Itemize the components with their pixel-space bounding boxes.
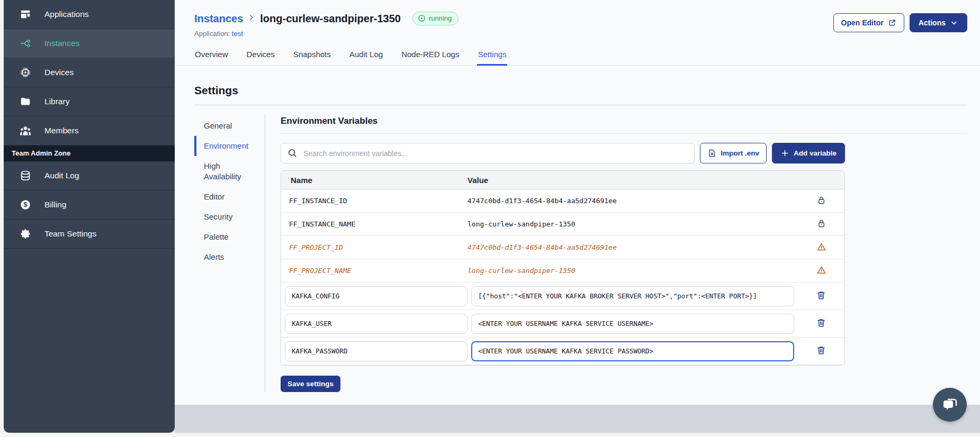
sidebar-item[interactable]: Devices bbox=[4, 58, 175, 87]
chat-bubbles-icon bbox=[941, 396, 958, 413]
actions-button[interactable]: Actions bbox=[910, 13, 967, 32]
column-header-name: Name bbox=[281, 176, 467, 185]
application-label: Application: bbox=[194, 30, 230, 38]
environment-variables-table: Name Value FF_INSTANCE_ID 4747c0bd-d1f3-… bbox=[281, 170, 845, 366]
env-var-value-input[interactable] bbox=[471, 341, 794, 361]
team-settings-icon bbox=[20, 228, 31, 240]
status-badge-label: running bbox=[429, 14, 452, 22]
environment-variables-body: Import .env Add variable Nam bbox=[281, 143, 845, 392]
sidebar-item[interactable]: Library bbox=[4, 87, 175, 116]
sidebar-item[interactable]: Instances bbox=[4, 29, 175, 58]
table-header-row: Name Value bbox=[281, 171, 844, 189]
external-link-icon bbox=[888, 19, 896, 27]
instances-icon bbox=[20, 38, 31, 49]
page-header-left: Instances long-curlew-sandpiper-1350 run… bbox=[194, 12, 458, 38]
sidebar: Applications Instances Devices Library M… bbox=[4, 0, 175, 433]
sidebar-item-label: Team Settings bbox=[44, 229, 96, 239]
chevron-right-icon bbox=[247, 13, 256, 24]
settings-nav-item[interactable]: High Availability bbox=[194, 156, 255, 187]
table-row: FF_INSTANCE_ID 4747c0bd-d1f3-4654-84b4-a… bbox=[281, 189, 844, 213]
chevron-down-icon bbox=[950, 19, 958, 27]
column-header-value: Value bbox=[467, 176, 798, 185]
page-header: Instances long-curlew-sandpiper-1350 run… bbox=[194, 0, 967, 38]
environment-toolbar: Import .env Add variable bbox=[281, 143, 845, 163]
open-editor-button[interactable]: Open Editor bbox=[833, 13, 904, 32]
trash-icon[interactable] bbox=[816, 345, 826, 358]
settings-nav-item[interactable]: Environment bbox=[194, 136, 255, 156]
table-row: FF_PROJECT_NAME long-curlew-sandpiper-13… bbox=[281, 259, 844, 283]
lock-icon bbox=[816, 218, 826, 230]
audit-log-icon bbox=[20, 170, 31, 181]
status-badge: running bbox=[412, 12, 458, 25]
warning-icon bbox=[816, 265, 826, 277]
warning-icon bbox=[816, 242, 826, 253]
instance-tabs: Overview Devices Snapshots Audit Log Nod… bbox=[175, 43, 980, 66]
env-var-value: 4747c0bd-d1f3-4654-84b4-aa5d274691ee bbox=[467, 243, 798, 251]
add-variable-button[interactable]: Add variable bbox=[772, 143, 845, 163]
trash-icon[interactable] bbox=[816, 290, 826, 303]
application-link[interactable]: test bbox=[232, 30, 243, 38]
env-var-name-input[interactable] bbox=[285, 314, 467, 334]
chat-widget-button[interactable] bbox=[933, 388, 967, 422]
search-icon bbox=[287, 148, 298, 158]
tab[interactable]: Node-RED Logs bbox=[401, 43, 460, 66]
sidebar-filler bbox=[4, 249, 175, 433]
settings-title: Settings bbox=[194, 84, 967, 97]
sidebar-item-label: Devices bbox=[44, 68, 74, 77]
play-circle-icon bbox=[418, 14, 426, 22]
env-var-value-input[interactable] bbox=[471, 314, 794, 334]
sidebar-item[interactable]: $ Billing bbox=[4, 190, 175, 220]
trash-icon[interactable] bbox=[816, 317, 826, 330]
settings-nav-item[interactable]: Palette bbox=[194, 227, 255, 247]
settings-divider bbox=[194, 105, 967, 105]
env-var-name-input[interactable] bbox=[285, 286, 467, 306]
tab[interactable]: Overview bbox=[194, 43, 229, 66]
sidebar-item[interactable]: Team Settings bbox=[4, 220, 175, 249]
page-header-actions: Open Editor Actions bbox=[833, 12, 967, 32]
save-settings-button[interactable]: Save settings bbox=[281, 376, 340, 392]
env-var-value: long-curlew-sandpiper-1350 bbox=[467, 267, 798, 275]
env-var-value: long-curlew-sandpiper-1350 bbox=[467, 220, 798, 228]
library-icon bbox=[20, 96, 31, 107]
table-row-editable bbox=[281, 338, 844, 365]
tab[interactable]: Snapshots bbox=[293, 43, 331, 66]
instance-name: long-curlew-sandpiper-1350 bbox=[260, 13, 401, 25]
tab[interactable]: Devices bbox=[246, 43, 275, 66]
main-content: Instances long-curlew-sandpiper-1350 run… bbox=[175, 0, 980, 405]
env-var-name: FF_INSTANCE_ID bbox=[281, 197, 467, 205]
environment-variables-title: Environment Variables bbox=[281, 116, 967, 134]
team-admin-zone-label: Team Admin Zone bbox=[4, 145, 175, 161]
settings-nav-item[interactable]: Editor bbox=[194, 187, 255, 207]
plus-icon bbox=[780, 149, 789, 158]
import-env-button[interactable]: Import .env bbox=[700, 143, 767, 163]
sidebar-item-label: Instances bbox=[44, 39, 79, 48]
environment-section: Environment Variables Impor bbox=[265, 114, 967, 392]
env-var-value-input[interactable] bbox=[471, 286, 794, 306]
devices-icon bbox=[20, 67, 31, 78]
sidebar-item-label: Library bbox=[44, 97, 69, 106]
table-row-editable bbox=[281, 283, 844, 310]
application-line: Application: test bbox=[194, 30, 458, 38]
sidebar-item[interactable]: Audit Log bbox=[4, 161, 175, 190]
env-var-value: 4747c0bd-d1f3-4654-84b4-aa5d274691ee bbox=[467, 197, 798, 205]
billing-icon: $ bbox=[20, 199, 31, 211]
search-field-wrap bbox=[281, 143, 695, 163]
settings-nav-item[interactable]: Alerts bbox=[194, 247, 255, 267]
sidebar-item[interactable]: Applications bbox=[4, 0, 175, 29]
sidebar-item-label: Members bbox=[44, 126, 79, 135]
env-var-name-input[interactable] bbox=[285, 341, 467, 361]
document-download-icon bbox=[707, 149, 716, 158]
env-var-name: FF_PROJECT_ID bbox=[281, 243, 467, 251]
settings-layout: General Environment High Availability Ed… bbox=[194, 114, 967, 392]
env-var-name: FF_PROJECT_NAME bbox=[281, 267, 467, 275]
table-row: FF_INSTANCE_NAME long-curlew-sandpiper-1… bbox=[281, 213, 844, 236]
breadcrumb-instances-link[interactable]: Instances bbox=[194, 13, 243, 25]
settings-nav-item[interactable]: General bbox=[194, 116, 255, 136]
settings-nav: General Environment High Availability Ed… bbox=[194, 114, 255, 392]
sidebar-item[interactable]: Members bbox=[4, 116, 175, 145]
tab[interactable]: Audit Log bbox=[349, 43, 383, 66]
sidebar-item-label: Audit Log bbox=[44, 171, 79, 180]
settings-nav-item[interactable]: Security bbox=[194, 207, 255, 227]
search-environment-variables-input[interactable] bbox=[281, 143, 695, 163]
tab[interactable]: Settings bbox=[477, 43, 507, 66]
